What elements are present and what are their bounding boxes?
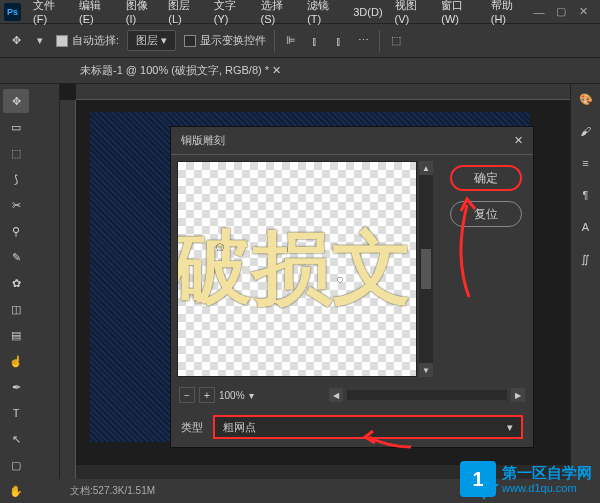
tool-eraser[interactable]: ◫ xyxy=(3,297,29,321)
show-transform-label: 显示变换控件 xyxy=(200,33,266,48)
right-panel-dock: 🎨🖌≡¶A∬ xyxy=(570,84,600,479)
document-tab-bar: 未标题-1 @ 100% (破损文字, RGB/8) * ✕ xyxy=(0,58,600,84)
ruler-vertical xyxy=(60,100,76,479)
panel-icon-0[interactable]: 🎨 xyxy=(577,90,595,108)
show-transform-checkbox[interactable] xyxy=(184,35,196,47)
menu-edit[interactable]: 编辑(E) xyxy=(73,0,120,25)
tool-path[interactable]: ↖ xyxy=(3,427,29,451)
chevron-down-icon: ▾ xyxy=(507,421,513,434)
menu-image[interactable]: 图像(I) xyxy=(120,0,163,25)
watermark-text: 第一区自学网 xyxy=(502,464,592,482)
tool-artboard[interactable]: ▭ xyxy=(3,115,29,139)
maximize-icon[interactable]: ▢ xyxy=(554,5,568,19)
panel-icon-3[interactable]: ¶ xyxy=(577,186,595,204)
move-tool-icon: ✥ xyxy=(8,33,24,49)
watermark: 1 第一区自学网 www.d1qu.com xyxy=(460,461,592,497)
align-right-icon[interactable]: ⫿ xyxy=(331,33,347,49)
separator xyxy=(274,30,275,52)
menu-layer[interactable]: 图层(L) xyxy=(162,0,208,25)
panel-icon-5[interactable]: ∬ xyxy=(577,250,595,268)
panel-icon-1[interactable]: 🖌 xyxy=(577,122,595,140)
preview-scrollbar-h[interactable] xyxy=(347,390,507,400)
document-tab[interactable]: 未标题-1 @ 100% (破损文字, RGB/8) * ✕ xyxy=(70,59,291,83)
align-center-icon[interactable]: ⫿ xyxy=(307,33,323,49)
auto-select-checkbox[interactable] xyxy=(56,35,68,47)
3d-mode-icon[interactable]: ⬚ xyxy=(388,33,404,49)
tool-move[interactable]: ✥ xyxy=(3,89,29,113)
mezzotint-dialog: 铜版雕刻 ✕ 破损文 ▲ ▼ 确定 复位 − + 100% ▾ ◀ ▶ 类型 xyxy=(170,126,534,448)
dialog-title: 铜版雕刻 xyxy=(181,133,225,148)
preview-text: 破损文 xyxy=(177,215,412,323)
watermark-url: www.d1qu.com xyxy=(502,482,592,494)
close-icon[interactable]: ✕ xyxy=(576,5,590,19)
panel-icon-2[interactable]: ≡ xyxy=(577,154,595,172)
menu-type[interactable]: 文字(Y) xyxy=(208,0,255,25)
tool-brush[interactable]: ✎ xyxy=(3,245,29,269)
dropdown-icon[interactable]: ▾ xyxy=(32,33,48,49)
toolbox: ✥▭⬚⟆✂⚲✎✿◫▤☝✒T↖▢✋🔍 xyxy=(0,84,60,479)
menu-select[interactable]: 选择(S) xyxy=(255,0,302,25)
zoom-level: 100% xyxy=(219,390,245,401)
menu-3d[interactable]: 3D(D) xyxy=(347,6,388,18)
tool-shape[interactable]: ▢ xyxy=(3,453,29,477)
distribute-icon[interactable]: ⋯ xyxy=(355,33,371,49)
type-label: 类型 xyxy=(181,420,203,435)
ok-button[interactable]: 确定 xyxy=(450,165,522,191)
scroll-right-icon[interactable]: ▶ xyxy=(511,388,525,402)
tool-lasso[interactable]: ⟆ xyxy=(3,167,29,191)
dialog-close-icon[interactable]: ✕ xyxy=(514,134,523,147)
menu-help[interactable]: 帮助(H) xyxy=(485,0,532,25)
separator xyxy=(379,30,380,52)
preview-scrollbar-v[interactable]: ▲ ▼ xyxy=(419,161,433,377)
scroll-down-icon[interactable]: ▼ xyxy=(419,363,433,377)
tool-gradient[interactable]: ▤ xyxy=(3,323,29,347)
tool-pen[interactable]: ✒ xyxy=(3,375,29,399)
menu-filter[interactable]: 滤镜(T) xyxy=(301,0,347,25)
menu-bar: Ps 文件(F) 编辑(E) 图像(I) 图层(L) 文字(Y) 选择(S) 滤… xyxy=(0,0,600,24)
auto-select-label: 自动选择: xyxy=(72,33,119,48)
tool-crop[interactable]: ✂ xyxy=(3,193,29,217)
zoom-out-button[interactable]: − xyxy=(179,387,195,403)
scroll-thumb[interactable] xyxy=(421,249,431,289)
ruler-horizontal xyxy=(76,84,570,100)
auto-select-dropdown[interactable]: 图层 ▾ xyxy=(127,30,176,51)
tool-marquee[interactable]: ⬚ xyxy=(3,141,29,165)
tool-type[interactable]: T xyxy=(3,401,29,425)
tool-eyedropper[interactable]: ⚲ xyxy=(3,219,29,243)
annotation-arrow xyxy=(449,197,479,297)
chevron-down-icon[interactable]: ▾ xyxy=(249,390,254,401)
options-bar: ✥ ▾ 自动选择: 图层 ▾ 显示变换控件 ⊫ ⫿ ⫿ ⋯ ⬚ xyxy=(0,24,600,58)
status-bar: 文档:527.3K/1.51M xyxy=(60,479,165,503)
annotation-arrow xyxy=(363,429,413,449)
menu-file[interactable]: 文件(F) xyxy=(27,0,73,25)
zoom-in-button[interactable]: + xyxy=(199,387,215,403)
tool-clone[interactable]: ✿ xyxy=(3,271,29,295)
scroll-left-icon[interactable]: ◀ xyxy=(329,388,343,402)
filter-preview[interactable]: 破损文 xyxy=(177,161,417,377)
app-logo: Ps xyxy=(4,3,21,21)
menu-view[interactable]: 视图(V) xyxy=(389,0,436,25)
menu-window[interactable]: 窗口(W) xyxy=(435,0,485,25)
align-left-icon[interactable]: ⊫ xyxy=(283,33,299,49)
watermark-badge: 1 xyxy=(460,461,496,497)
tool-smudge[interactable]: ☝ xyxy=(3,349,29,373)
scroll-up-icon[interactable]: ▲ xyxy=(419,161,433,175)
panel-icon-4[interactable]: A xyxy=(577,218,595,236)
minimize-icon[interactable]: — xyxy=(532,5,546,19)
tool-hand[interactable]: ✋ xyxy=(3,479,29,503)
